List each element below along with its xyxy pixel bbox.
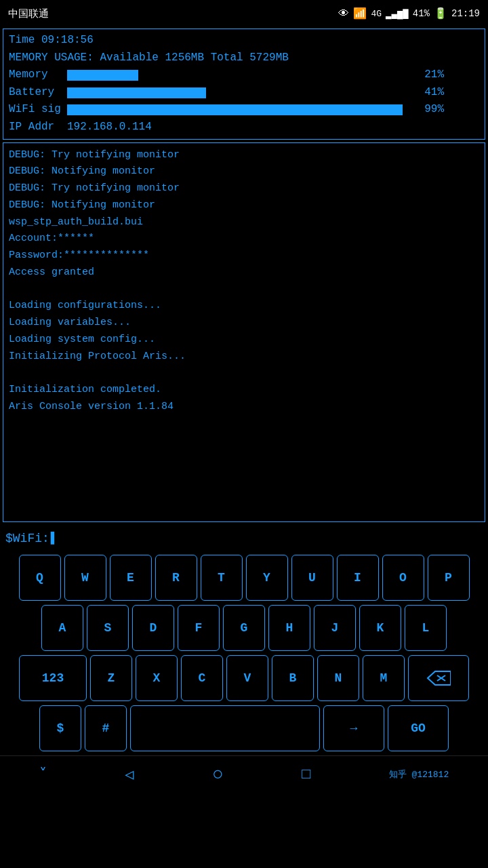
key-f[interactable]: F: [178, 605, 220, 651]
battery-bar-fill: [67, 87, 206, 98]
nav-bar: ˅ ◁ ○ □ 知乎 @121812: [0, 755, 488, 793]
console-line: Access granted: [9, 264, 479, 281]
status-right-icons: 👁 📶 4G ▂▄▆█ 41% 🔋 21:19: [338, 7, 480, 20]
keyboard-row-4: $ # → GO: [3, 705, 485, 751]
time-line: Time 09:18:56: [9, 32, 479, 50]
key-h[interactable]: H: [268, 605, 310, 651]
key-x[interactable]: X: [136, 655, 178, 701]
key-k[interactable]: K: [359, 605, 401, 651]
battery-bar-line: Battery 41%: [9, 84, 479, 102]
network-type: 4G: [371, 9, 382, 19]
battery-bar-container: [67, 87, 406, 98]
console-line: Aris Console version 1.1.84: [9, 399, 479, 416]
nav-chevron-down[interactable]: ˅: [39, 766, 47, 784]
signal-icon: ▂▄▆█: [386, 8, 409, 20]
console-line: DEBUG: Notifying monitor: [9, 197, 479, 214]
key-p[interactable]: P: [428, 555, 470, 601]
keyboard-row-2: ASDFGHJKL: [3, 605, 485, 651]
console-line: Loading variables...: [9, 315, 479, 332]
console-line: [9, 281, 479, 298]
key-space[interactable]: [130, 705, 320, 751]
memory-bar-container: [67, 70, 406, 81]
key-go[interactable]: GO: [388, 705, 449, 751]
key-z[interactable]: Z: [90, 655, 132, 701]
input-prompt: $WiFi:: [5, 532, 49, 545]
keyboard-row-3: 123 ZXCVBNM: [3, 655, 485, 701]
backspace-icon: [426, 669, 451, 688]
key-i[interactable]: I: [337, 555, 379, 601]
watermark: 知乎 @121812: [389, 768, 449, 781]
memory-pct: 21%: [410, 66, 444, 84]
memory-bar-line: Memory 21%: [9, 66, 479, 84]
console-line: [9, 365, 479, 382]
key-b[interactable]: B: [272, 655, 314, 701]
key-l[interactable]: L: [405, 605, 447, 651]
battery-label: Battery: [9, 84, 63, 102]
console-line: wsp_stp_auth_build.bui: [9, 214, 479, 231]
keyboard-row-1: QWERTYUIOP: [3, 555, 485, 601]
nav-home[interactable]: ○: [212, 764, 224, 785]
key-j[interactable]: J: [314, 605, 356, 651]
info-panel: Time 09:18:56 MEMORY USAGE: Available 12…: [3, 28, 485, 140]
console-line: Loading system config...: [9, 332, 479, 349]
memory-bar-fill: [67, 70, 138, 81]
console-panel: DEBUG: Try notifying monitorDEBUG: Notif…: [3, 142, 485, 522]
battery-pct: 41%: [410, 84, 444, 102]
console-line: DEBUG: Notifying monitor: [9, 163, 479, 180]
keyboard: QWERTYUIOP ASDFGHJKL 123 ZXCVBNM $ # → G…: [0, 552, 488, 751]
key-dollar[interactable]: $: [39, 705, 81, 751]
clock: 21:19: [451, 8, 480, 19]
console-line: DEBUG: Try notifying monitor: [9, 180, 479, 197]
key-s[interactable]: S: [87, 605, 129, 651]
cursor-blink: ▌: [51, 532, 58, 545]
wifi-bar-fill: [67, 104, 403, 115]
nav-recent[interactable]: □: [302, 766, 310, 783]
console-line: Password:**************: [9, 248, 479, 264]
input-row[interactable]: $WiFi: ▌: [0, 525, 488, 552]
key-q[interactable]: Q: [19, 555, 61, 601]
wifi-bar-container: [67, 104, 406, 115]
key-hash[interactable]: #: [85, 705, 127, 751]
wifi-label: WiFi sig: [9, 101, 63, 119]
svg-marker-0: [428, 671, 451, 685]
wifi-icon: 📶: [353, 7, 367, 20]
key-w[interactable]: W: [64, 555, 106, 601]
keyboard-row-3-mid: ZXCVBNM: [90, 655, 405, 701]
battery-icon: 🔋: [434, 7, 447, 20]
key-o[interactable]: O: [382, 555, 424, 601]
status-bar: 中国联通 👁 📶 4G ▂▄▆█ 41% 🔋 21:19: [0, 0, 488, 27]
console-line: Loading configurations...: [9, 298, 479, 315]
key-m[interactable]: M: [363, 655, 405, 701]
key-a[interactable]: A: [41, 605, 83, 651]
key-t[interactable]: T: [201, 555, 243, 601]
console-line: DEBUG: Try notifying monitor: [9, 147, 479, 164]
console-line: Initialization completed.: [9, 382, 479, 399]
key-g[interactable]: G: [223, 605, 265, 651]
wifi-pct: 99%: [410, 101, 444, 119]
battery-percent: 41%: [413, 8, 430, 19]
wifi-bar-line: WiFi sig 99%: [9, 101, 479, 119]
console-line: Initializing Protocol Aris...: [9, 349, 479, 366]
key-123[interactable]: 123: [19, 655, 87, 701]
key-r[interactable]: R: [155, 555, 197, 601]
ip-label: IP Addr: [9, 119, 63, 136]
key-arrow[interactable]: →: [323, 705, 384, 751]
key-n[interactable]: N: [317, 655, 359, 701]
nav-back[interactable]: ◁: [125, 766, 134, 784]
key-u[interactable]: U: [291, 555, 333, 601]
key-e[interactable]: E: [110, 555, 152, 601]
eye-icon: 👁: [338, 7, 349, 20]
console-output: DEBUG: Try notifying monitorDEBUG: Notif…: [9, 147, 479, 416]
memory-usage-line: MEMORY USAGE: Available 1256MB Total 572…: [9, 50, 479, 67]
key-c[interactable]: C: [181, 655, 223, 701]
key-y[interactable]: Y: [246, 555, 288, 601]
memory-label: Memory: [9, 66, 63, 84]
carrier-label: 中国联通: [8, 7, 49, 20]
ip-line: IP Addr 192.168.0.114: [9, 119, 479, 136]
ip-value: 192.168.0.114: [67, 119, 152, 136]
console-line: Account:******: [9, 231, 479, 248]
key-backspace[interactable]: [408, 655, 469, 701]
key-v[interactable]: V: [226, 655, 268, 701]
key-d[interactable]: D: [132, 605, 174, 651]
